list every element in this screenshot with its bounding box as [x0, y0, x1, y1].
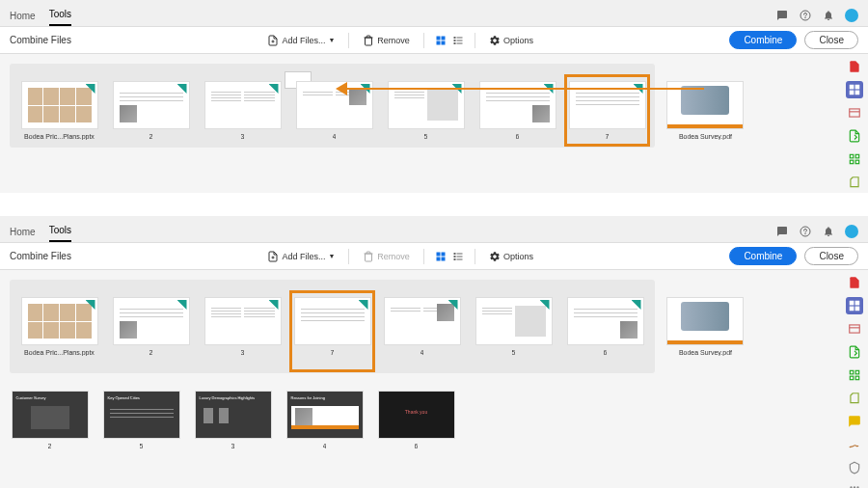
page-thumb[interactable] [296, 81, 373, 129]
rail-pdf-icon[interactable] [846, 274, 863, 291]
svg-rect-8 [453, 40, 455, 41]
close-button[interactable]: Close [804, 247, 858, 265]
bell-icon[interactable] [822, 9, 835, 22]
page-thumb[interactable] [475, 297, 553, 345]
page-thumb-moved[interactable] [294, 297, 371, 345]
svg-rect-35 [850, 307, 854, 312]
file-group[interactable]: Bodea Pric...Plans.pptx 2 3 4 5 6 7 [10, 64, 655, 148]
rail-combine-icon[interactable] [846, 297, 863, 314]
page-thumb[interactable] [113, 81, 190, 129]
thumbnail-row-2: Customer Survey2 Key Opened Cities5 Luxu… [0, 391, 868, 449]
svg-rect-30 [456, 256, 462, 257]
add-files-icon [267, 251, 279, 262]
page-thumb[interactable] [21, 81, 98, 129]
page-thumb[interactable]: Customer Survey [12, 391, 89, 439]
file-thumb[interactable]: Bodea Survey.pdf [666, 297, 744, 356]
rail-more-icon[interactable] [846, 174, 863, 191]
file-name-label: Bodea Survey.pdf [679, 349, 732, 356]
avatar[interactable] [845, 225, 858, 238]
toolbar-title: Combine Files [10, 35, 71, 45]
svg-rect-28 [456, 253, 462, 254]
file-name-label: Bodea Pric...Plans.pptx [24, 349, 95, 356]
rail-comment-icon[interactable] [846, 413, 863, 430]
page-thumb[interactable] [21, 297, 98, 345]
remove-button[interactable]: Remove [359, 249, 414, 264]
avatar[interactable] [845, 9, 858, 22]
add-files-button[interactable]: Add Files... ▼ [263, 249, 339, 264]
remove-button[interactable]: Remove [359, 33, 414, 48]
grid-view-icon[interactable] [434, 34, 448, 47]
bell-icon[interactable] [822, 225, 835, 238]
rail-protect-icon[interactable] [846, 459, 863, 476]
combine-button[interactable]: Combine [729, 31, 797, 49]
page-thumb[interactable] [388, 81, 465, 129]
file-name-label: Bodea Survey.pdf [679, 133, 732, 140]
options-button[interactable]: Options [485, 33, 537, 48]
svg-rect-26 [441, 257, 445, 260]
remove-label: Remove [377, 36, 410, 45]
page-thumb[interactable] [204, 81, 282, 129]
list-view-icon[interactable] [451, 34, 465, 47]
svg-rect-14 [850, 91, 854, 95]
file-name-label: Bodea Pric...Plans.pptx [24, 133, 95, 140]
file-thumb[interactable]: Bodea Survey.pdf [666, 81, 744, 140]
page-thumb[interactable]: Luxury Demographics Highlights [195, 391, 272, 439]
page-number: 6 [415, 443, 419, 449]
nav-home[interactable]: Home [10, 11, 36, 26]
right-rail [841, 54, 868, 191]
page-thumb[interactable] [204, 297, 282, 345]
rail-combine-icon[interactable] [846, 81, 863, 98]
page-number: 6 [604, 349, 608, 356]
help-icon[interactable] [799, 225, 812, 238]
rail-pdf-icon[interactable] [846, 58, 863, 75]
list-view-icon[interactable] [451, 250, 465, 263]
nav-tools[interactable]: Tools [49, 9, 71, 26]
page-thumb[interactable] [567, 297, 644, 345]
page-thumb[interactable]: Reasons for Joining [286, 391, 364, 439]
page-number: 2 [149, 349, 153, 356]
file-group[interactable]: Bodea Pric...Plans.pptx 2 3 7 4 5 6 [10, 280, 655, 373]
page-thumb[interactable] [113, 297, 190, 345]
rail-organize-icon[interactable] [846, 366, 863, 384]
combine-button[interactable]: Combine [729, 247, 797, 265]
add-files-button[interactable]: Add Files... ▼ [263, 33, 339, 48]
rail-compress-icon[interactable] [846, 390, 863, 407]
top-nav: Home Tools [0, 216, 868, 243]
rail-organize-icon[interactable] [846, 150, 863, 168]
svg-rect-23 [436, 252, 440, 256]
top-nav: Home Tools [0, 0, 868, 27]
close-button[interactable]: Close [804, 31, 858, 49]
rail-sign-icon[interactable] [846, 436, 863, 453]
rail-edit-icon[interactable] [846, 320, 863, 338]
page-number: 6 [516, 133, 520, 140]
page-thumb[interactable] [479, 81, 556, 129]
page-number: 5 [424, 133, 428, 140]
page-number: 5 [140, 443, 144, 449]
page-thumb-selected[interactable] [569, 81, 646, 129]
svg-rect-24 [441, 252, 445, 256]
chevron-down-icon: ▼ [328, 253, 335, 259]
help-icon[interactable] [799, 9, 812, 22]
svg-rect-27 [453, 253, 455, 255]
options-button[interactable]: Options [485, 249, 537, 264]
svg-rect-41 [855, 376, 859, 380]
page-thumb[interactable] [384, 297, 461, 345]
rail-edit-icon[interactable] [846, 104, 863, 122]
svg-point-1 [805, 17, 806, 18]
trash-icon [363, 35, 374, 46]
svg-rect-10 [453, 42, 455, 44]
nav-tools[interactable]: Tools [49, 225, 71, 242]
page-thumb[interactable]: Thank you [378, 391, 455, 439]
rail-grid-icon[interactable] [846, 482, 863, 488]
svg-rect-38 [850, 370, 854, 374]
rail-export-icon[interactable] [846, 127, 863, 145]
page-number: 3 [241, 349, 245, 356]
chat-icon[interactable] [775, 225, 789, 238]
chat-icon[interactable] [775, 9, 789, 22]
rail-export-icon[interactable] [846, 343, 863, 361]
grid-view-icon[interactable] [434, 250, 448, 263]
nav-home[interactable]: Home [10, 227, 36, 242]
svg-rect-36 [855, 307, 860, 312]
trash-icon [363, 251, 374, 262]
page-thumb[interactable]: Key Opened Cities [103, 391, 180, 439]
